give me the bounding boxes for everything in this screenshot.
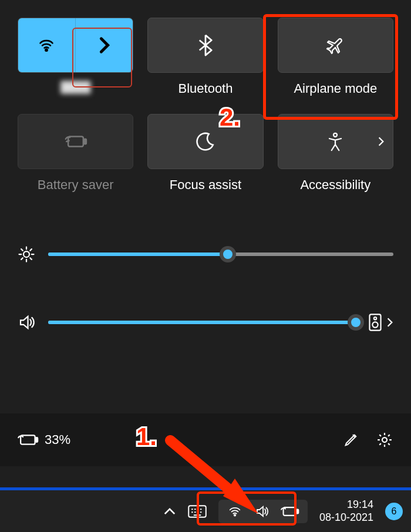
airplane-label: Airplane mode bbox=[278, 81, 393, 96]
edit-button[interactable] bbox=[343, 432, 359, 448]
accessibility-label: Accessibility bbox=[278, 177, 393, 193]
brightness-fill bbox=[48, 252, 228, 256]
wifi-tile-wrap: ████ bbox=[18, 18, 133, 96]
svg-rect-14 bbox=[297, 509, 298, 513]
notification-badge[interactable]: 6 bbox=[385, 503, 403, 520]
tray-overflow-button[interactable] bbox=[163, 507, 176, 516]
volume-icon bbox=[254, 504, 270, 518]
wifi-icon bbox=[36, 37, 56, 53]
bluetooth-tile[interactable] bbox=[147, 18, 263, 73]
accessibility-tile[interactable] bbox=[278, 114, 393, 169]
battery-charging-icon bbox=[281, 505, 299, 518]
bluetooth-icon bbox=[198, 34, 213, 56]
chevron-right-icon bbox=[378, 136, 385, 147]
chevron-up-icon bbox=[163, 507, 176, 516]
svg-point-6 bbox=[374, 317, 376, 319]
moon-icon bbox=[196, 132, 215, 151]
airplane-icon bbox=[324, 35, 346, 55]
date-text: 08-10-2021 bbox=[319, 511, 373, 524]
clock[interactable]: 19:14 08-10-2021 bbox=[319, 499, 373, 524]
volume-expand[interactable] bbox=[386, 317, 393, 328]
volume-thumb[interactable] bbox=[348, 314, 364, 331]
battery-saver-tile-wrap: Battery saver bbox=[18, 114, 133, 193]
svg-point-4 bbox=[23, 251, 29, 257]
chevron-right-icon bbox=[386, 317, 393, 328]
system-tray-button[interactable] bbox=[218, 500, 308, 523]
battery-saver-icon bbox=[64, 133, 87, 150]
brightness-icon bbox=[18, 245, 35, 263]
focus-assist-label: Focus assist bbox=[147, 177, 263, 193]
svg-rect-9 bbox=[36, 437, 38, 442]
focus-assist-tile-wrap: Focus assist bbox=[147, 114, 263, 193]
volume-fill bbox=[48, 321, 356, 324]
svg-point-3 bbox=[333, 133, 337, 137]
bluetooth-tile-wrap: Bluetooth bbox=[147, 18, 263, 96]
sliders-section bbox=[18, 245, 393, 331]
wifi-toggle[interactable] bbox=[18, 18, 76, 72]
svg-point-10 bbox=[382, 437, 387, 442]
chevron-right-icon bbox=[99, 36, 110, 54]
wifi-expand[interactable] bbox=[76, 18, 133, 72]
volume-row bbox=[18, 314, 393, 331]
bluetooth-label: Bluetooth bbox=[147, 81, 263, 96]
pencil-icon bbox=[343, 432, 359, 448]
svg-point-7 bbox=[372, 322, 378, 327]
tiles-grid: ████ Bluetooth Airplane mode bbox=[18, 18, 393, 193]
svg-point-0 bbox=[46, 49, 48, 51]
keyboard-icon bbox=[188, 504, 207, 518]
time-text: 19:14 bbox=[319, 499, 373, 511]
brightness-slider[interactable] bbox=[48, 252, 393, 256]
gear-icon bbox=[376, 431, 393, 449]
audio-output-button[interactable] bbox=[369, 314, 382, 331]
taskbar: 19:14 08-10-2021 6 bbox=[0, 487, 411, 532]
quick-settings-panel: ████ Bluetooth Airplane mode bbox=[0, 0, 411, 331]
accessibility-icon bbox=[326, 132, 344, 151]
wifi-network-name: ████ bbox=[18, 81, 133, 93]
battery-saver-tile[interactable] bbox=[18, 114, 133, 169]
brightness-row bbox=[18, 245, 393, 263]
volume-icon bbox=[18, 314, 35, 331]
accessibility-tile-wrap: Accessibility bbox=[278, 114, 393, 193]
battery-percent-text: 33% bbox=[45, 432, 70, 447]
svg-rect-1 bbox=[68, 136, 83, 146]
notification-count: 6 bbox=[392, 506, 397, 517]
speaker-device-icon bbox=[369, 314, 382, 331]
airplane-tile[interactable] bbox=[278, 18, 393, 73]
battery-charging-icon bbox=[18, 433, 39, 447]
battery-status[interactable]: 33% bbox=[18, 432, 70, 447]
focus-assist-tile[interactable] bbox=[147, 114, 263, 169]
settings-button[interactable] bbox=[376, 431, 393, 449]
svg-rect-2 bbox=[84, 139, 86, 144]
wifi-tile[interactable] bbox=[18, 18, 133, 73]
svg-point-12 bbox=[234, 514, 235, 516]
wifi-icon bbox=[227, 505, 243, 518]
touch-keyboard-button[interactable] bbox=[188, 504, 207, 518]
airplane-tile-wrap: Airplane mode bbox=[278, 18, 393, 96]
battery-saver-label: Battery saver bbox=[18, 177, 133, 193]
brightness-thumb[interactable] bbox=[220, 246, 236, 262]
panel-footer: 33% bbox=[0, 413, 411, 466]
volume-slider[interactable] bbox=[48, 321, 356, 324]
